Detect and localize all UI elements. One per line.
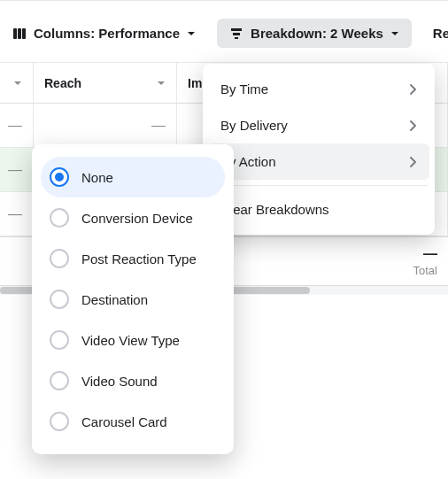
- chevron-right-icon: [408, 120, 417, 132]
- svg-rect-4: [233, 33, 240, 35]
- menu-item-label: By Time: [220, 81, 268, 97]
- column-label: Reach: [44, 76, 81, 90]
- menu-item-label: Clear Breakdowns: [220, 202, 329, 217]
- submenu-item-destination[interactable]: Destination: [41, 279, 225, 320]
- breakdown-icon: [229, 27, 243, 41]
- submenu-item-none[interactable]: None: [41, 157, 225, 197]
- footer-label: Total: [413, 264, 437, 277]
- column-header-reach[interactable]: Reach: [34, 63, 177, 103]
- reports-label: Re: [433, 26, 448, 41]
- columns-label: Columns: Performance: [34, 26, 180, 41]
- by-action-submenu: None Conversion Device Post Reaction Typ…: [32, 144, 234, 454]
- svg-rect-1: [18, 28, 21, 39]
- breakdown-menu: By Time By Delivery By Action Clear Brea…: [203, 64, 435, 235]
- radio-icon: [50, 249, 69, 268]
- svg-rect-2: [22, 28, 26, 39]
- submenu-item-label: Post Reaction Type: [81, 251, 197, 267]
- radio-icon: [50, 330, 69, 350]
- menu-item-by-delivery[interactable]: By Delivery: [208, 107, 429, 143]
- radio-icon: [50, 412, 69, 431]
- cell: —: [34, 104, 177, 147]
- submenu-item-label: None: [81, 170, 113, 185]
- caret-down-icon: [187, 26, 196, 41]
- svg-rect-0: [13, 28, 17, 39]
- submenu-item-label: Carousel Card: [81, 414, 167, 429]
- toolbar: Columns: Performance Breakdown: 2 Weeks …: [0, 0, 448, 63]
- submenu-item-conversion-device[interactable]: Conversion Device: [41, 197, 225, 238]
- radio-icon: [50, 167, 69, 187]
- menu-item-by-time[interactable]: By Time: [208, 71, 429, 107]
- cell: —: [0, 192, 34, 236]
- breakdown-label: Breakdown: 2 Weeks: [251, 26, 383, 41]
- column-header-blank[interactable]: [0, 63, 34, 103]
- radio-icon: [50, 208, 69, 228]
- menu-item-clear-breakdowns[interactable]: Clear Breakdowns: [208, 191, 429, 228]
- submenu-item-label: Video Sound: [81, 374, 158, 389]
- caret-down-icon: [13, 76, 22, 90]
- footer-value: —: [423, 246, 437, 262]
- svg-rect-5: [235, 37, 238, 39]
- submenu-item-carousel-card[interactable]: Carousel Card: [41, 401, 225, 442]
- radio-icon: [50, 290, 69, 309]
- reports-chip[interactable]: Re: [421, 19, 448, 48]
- columns-chip[interactable]: Columns: Performance: [0, 19, 208, 48]
- submenu-item-video-view-type[interactable]: Video View Type: [41, 320, 225, 360]
- submenu-item-video-sound[interactable]: Video Sound: [41, 360, 225, 401]
- caret-down-icon: [157, 76, 166, 90]
- menu-item-by-action[interactable]: By Action: [208, 143, 429, 180]
- submenu-item-label: Destination: [81, 292, 148, 307]
- submenu-item-label: Conversion Device: [81, 211, 193, 226]
- submenu-item-post-reaction-type[interactable]: Post Reaction Type: [41, 238, 225, 279]
- radio-icon: [50, 371, 69, 390]
- column-label: Im: [188, 76, 202, 90]
- chevron-right-icon: [408, 83, 417, 96]
- menu-separator: [210, 185, 428, 186]
- menu-item-label: By Delivery: [220, 118, 288, 133]
- columns-icon: [12, 27, 27, 41]
- cell: —: [0, 104, 34, 147]
- submenu-item-label: Video View Type: [81, 333, 180, 348]
- chevron-right-icon: [408, 156, 417, 168]
- svg-rect-3: [231, 28, 242, 31]
- caret-down-icon: [390, 26, 399, 41]
- cell: —: [0, 148, 34, 191]
- breakdown-chip[interactable]: Breakdown: 2 Weeks: [217, 19, 412, 48]
